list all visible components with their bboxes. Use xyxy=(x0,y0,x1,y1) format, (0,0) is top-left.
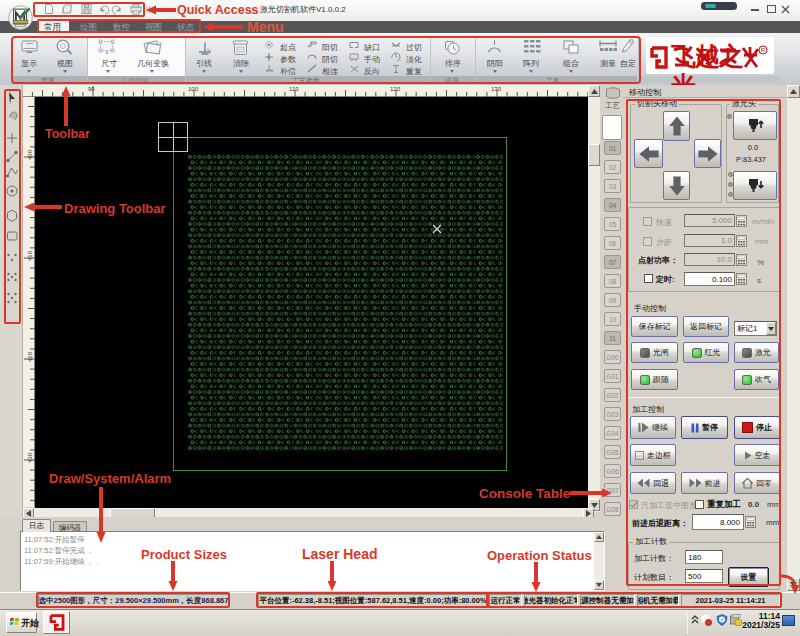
svg-text:R: R xyxy=(761,47,766,53)
